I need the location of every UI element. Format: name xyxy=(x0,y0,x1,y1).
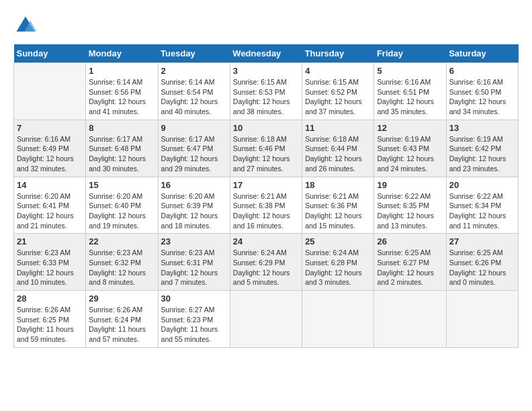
day-info: Sunrise: 6:26 AM Sunset: 6:24 PM Dayligh… xyxy=(89,305,154,345)
day-info: Sunrise: 6:17 AM Sunset: 6:47 PM Dayligh… xyxy=(161,134,227,174)
calendar-cell: 4Sunrise: 6:15 AM Sunset: 6:52 PM Daylig… xyxy=(302,63,374,120)
calendar-cell: 11Sunrise: 6:18 AM Sunset: 6:44 PM Dayli… xyxy=(302,120,374,177)
weekday-header: Saturday xyxy=(446,44,518,63)
day-number: 28 xyxy=(17,293,83,304)
calendar-cell: 10Sunrise: 6:18 AM Sunset: 6:46 PM Dayli… xyxy=(230,120,302,177)
calendar-cell: 5Sunrise: 6:16 AM Sunset: 6:51 PM Daylig… xyxy=(374,63,446,120)
day-info: Sunrise: 6:24 AM Sunset: 6:29 PM Dayligh… xyxy=(233,248,299,287)
day-number: 18 xyxy=(305,180,371,190)
day-number: 10 xyxy=(233,123,299,133)
day-info: Sunrise: 6:20 AM Sunset: 6:41 PM Dayligh… xyxy=(17,191,83,231)
day-number: 8 xyxy=(89,123,154,133)
day-number: 22 xyxy=(89,236,154,246)
day-info: Sunrise: 6:15 AM Sunset: 6:53 PM Dayligh… xyxy=(233,77,299,117)
day-info: Sunrise: 6:14 AM Sunset: 6:54 PM Dayligh… xyxy=(161,77,227,117)
day-info: Sunrise: 6:26 AM Sunset: 6:25 PM Dayligh… xyxy=(17,305,83,345)
day-number: 19 xyxy=(377,180,443,190)
calendar-week-row: 7Sunrise: 6:16 AM Sunset: 6:49 PM Daylig… xyxy=(14,120,519,177)
calendar-week-row: 1Sunrise: 6:14 AM Sunset: 6:56 PM Daylig… xyxy=(14,63,519,120)
calendar-cell xyxy=(302,291,374,348)
day-number: 4 xyxy=(305,66,371,76)
day-number: 1 xyxy=(89,66,154,76)
day-info: Sunrise: 6:22 AM Sunset: 6:34 PM Dayligh… xyxy=(449,191,515,231)
calendar-cell: 2Sunrise: 6:14 AM Sunset: 6:54 PM Daylig… xyxy=(158,63,230,120)
day-info: Sunrise: 6:15 AM Sunset: 6:52 PM Dayligh… xyxy=(305,77,371,117)
day-number: 2 xyxy=(161,66,227,76)
day-info: Sunrise: 6:23 AM Sunset: 6:31 PM Dayligh… xyxy=(161,248,227,287)
calendar-cell: 24Sunrise: 6:24 AM Sunset: 6:29 PM Dayli… xyxy=(230,234,302,291)
day-info: Sunrise: 6:25 AM Sunset: 6:27 PM Dayligh… xyxy=(377,248,443,287)
day-info: Sunrise: 6:17 AM Sunset: 6:48 PM Dayligh… xyxy=(89,134,154,174)
calendar-cell: 6Sunrise: 6:16 AM Sunset: 6:50 PM Daylig… xyxy=(446,63,518,120)
calendar-cell: 1Sunrise: 6:14 AM Sunset: 6:56 PM Daylig… xyxy=(86,63,158,120)
calendar-cell: 26Sunrise: 6:25 AM Sunset: 6:27 PM Dayli… xyxy=(374,234,446,291)
calendar-cell xyxy=(14,63,86,120)
day-info: Sunrise: 6:19 AM Sunset: 6:43 PM Dayligh… xyxy=(377,134,443,174)
calendar-cell: 25Sunrise: 6:24 AM Sunset: 6:28 PM Dayli… xyxy=(302,234,374,291)
weekday-header-row: SundayMondayTuesdayWednesdayThursdayFrid… xyxy=(14,44,519,63)
day-number: 16 xyxy=(161,180,227,190)
calendar-cell: 17Sunrise: 6:21 AM Sunset: 6:38 PM Dayli… xyxy=(230,177,302,234)
day-number: 9 xyxy=(161,123,227,133)
day-number: 24 xyxy=(233,236,299,246)
weekday-header: Thursday xyxy=(302,44,374,63)
day-info: Sunrise: 6:25 AM Sunset: 6:26 PM Dayligh… xyxy=(449,248,515,287)
day-number: 17 xyxy=(233,180,299,190)
calendar-week-row: 21Sunrise: 6:23 AM Sunset: 6:33 PM Dayli… xyxy=(14,234,519,291)
day-number: 13 xyxy=(449,123,515,133)
day-number: 15 xyxy=(89,180,154,190)
calendar-cell xyxy=(374,291,446,348)
calendar-cell: 23Sunrise: 6:23 AM Sunset: 6:31 PM Dayli… xyxy=(158,234,230,291)
day-info: Sunrise: 6:27 AM Sunset: 6:23 PM Dayligh… xyxy=(161,305,227,345)
day-number: 14 xyxy=(17,180,83,190)
day-info: Sunrise: 6:23 AM Sunset: 6:33 PM Dayligh… xyxy=(17,248,83,287)
day-info: Sunrise: 6:18 AM Sunset: 6:46 PM Dayligh… xyxy=(233,134,299,174)
calendar-cell: 21Sunrise: 6:23 AM Sunset: 6:33 PM Dayli… xyxy=(14,234,86,291)
day-info: Sunrise: 6:22 AM Sunset: 6:35 PM Dayligh… xyxy=(377,191,443,231)
calendar-cell: 7Sunrise: 6:16 AM Sunset: 6:49 PM Daylig… xyxy=(14,120,86,177)
day-number: 30 xyxy=(161,293,227,304)
calendar-cell: 13Sunrise: 6:19 AM Sunset: 6:42 PM Dayli… xyxy=(446,120,518,177)
day-number: 6 xyxy=(449,66,515,76)
day-info: Sunrise: 6:24 AM Sunset: 6:28 PM Dayligh… xyxy=(305,248,371,287)
calendar-cell: 12Sunrise: 6:19 AM Sunset: 6:43 PM Dayli… xyxy=(374,120,446,177)
day-number: 3 xyxy=(233,66,299,76)
calendar-cell xyxy=(230,291,302,348)
weekday-header: Sunday xyxy=(14,44,86,63)
weekday-header: Tuesday xyxy=(158,44,230,63)
calendar-cell: 16Sunrise: 6:20 AM Sunset: 6:39 PM Dayli… xyxy=(158,177,230,234)
weekday-header: Friday xyxy=(374,44,446,63)
calendar-cell xyxy=(446,291,518,348)
calendar-cell: 3Sunrise: 6:15 AM Sunset: 6:53 PM Daylig… xyxy=(230,63,302,120)
weekday-header: Monday xyxy=(86,44,158,63)
day-number: 25 xyxy=(305,236,371,246)
calendar-cell: 8Sunrise: 6:17 AM Sunset: 6:48 PM Daylig… xyxy=(86,120,158,177)
day-info: Sunrise: 6:21 AM Sunset: 6:38 PM Dayligh… xyxy=(233,191,299,231)
day-info: Sunrise: 6:16 AM Sunset: 6:49 PM Dayligh… xyxy=(17,134,83,174)
calendar-week-row: 14Sunrise: 6:20 AM Sunset: 6:41 PM Dayli… xyxy=(14,177,519,234)
logo-icon xyxy=(13,13,38,38)
day-number: 11 xyxy=(305,123,371,133)
day-info: Sunrise: 6:14 AM Sunset: 6:56 PM Dayligh… xyxy=(89,77,154,117)
day-number: 21 xyxy=(17,236,83,246)
day-number: 12 xyxy=(377,123,443,133)
day-number: 20 xyxy=(449,180,515,190)
day-info: Sunrise: 6:19 AM Sunset: 6:42 PM Dayligh… xyxy=(449,134,515,174)
weekday-header: Wednesday xyxy=(230,44,302,63)
page-header xyxy=(13,13,519,38)
day-info: Sunrise: 6:21 AM Sunset: 6:36 PM Dayligh… xyxy=(305,191,371,231)
day-number: 7 xyxy=(17,123,83,133)
day-number: 5 xyxy=(377,66,443,76)
day-number: 23 xyxy=(161,236,227,246)
calendar-cell: 9Sunrise: 6:17 AM Sunset: 6:47 PM Daylig… xyxy=(158,120,230,177)
calendar-cell: 22Sunrise: 6:23 AM Sunset: 6:32 PM Dayli… xyxy=(86,234,158,291)
day-info: Sunrise: 6:18 AM Sunset: 6:44 PM Dayligh… xyxy=(305,134,371,174)
day-info: Sunrise: 6:16 AM Sunset: 6:51 PM Dayligh… xyxy=(377,77,443,117)
calendar-cell: 20Sunrise: 6:22 AM Sunset: 6:34 PM Dayli… xyxy=(446,177,518,234)
logo xyxy=(13,13,40,38)
calendar-cell: 30Sunrise: 6:27 AM Sunset: 6:23 PM Dayli… xyxy=(158,291,230,348)
calendar-cell: 27Sunrise: 6:25 AM Sunset: 6:26 PM Dayli… xyxy=(446,234,518,291)
day-number: 26 xyxy=(377,236,443,246)
calendar-cell: 19Sunrise: 6:22 AM Sunset: 6:35 PM Dayli… xyxy=(374,177,446,234)
day-info: Sunrise: 6:20 AM Sunset: 6:40 PM Dayligh… xyxy=(89,191,154,231)
